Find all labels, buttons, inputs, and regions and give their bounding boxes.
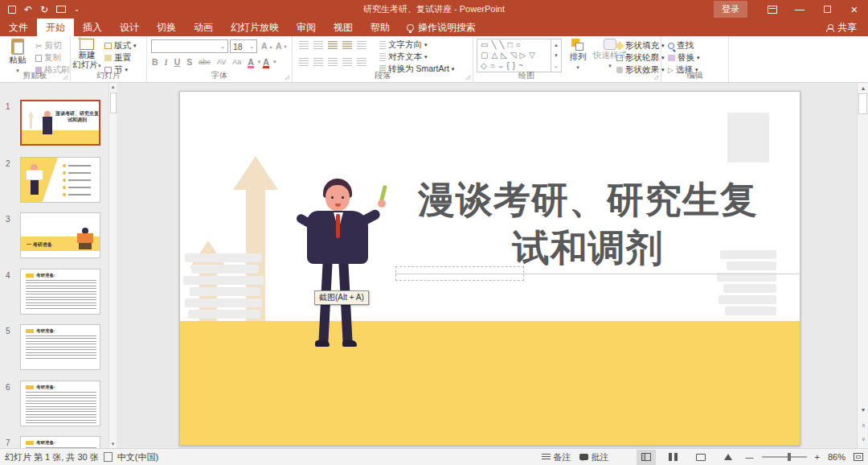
tab-animations[interactable]: 动画 [185,19,222,36]
minimize-button[interactable]: — [786,0,813,19]
canvas-scrollbar[interactable]: ▴ ▾ « » [857,83,868,448]
change-case-button[interactable]: Aa [232,58,241,66]
scroll-up-icon[interactable]: ▴ [858,83,868,94]
find-button[interactable]: 查找 [668,40,694,51]
paragraph-dialog-launcher-icon[interactable]: ◿ [466,74,470,80]
font-size-combo[interactable]: 18 ⌄ [230,39,257,53]
undo-icon[interactable]: ↶ [24,4,32,15]
share-button[interactable]: 共享 [815,19,868,36]
zoom-out-button[interactable]: — [746,453,754,462]
slide-editor[interactable]: 漫谈考研、研究生复 试和调剂 截图(Alt + A) [179,91,800,446]
numbering-icon[interactable] [313,41,323,49]
increase-indent-icon[interactable] [342,41,352,49]
align-text-button[interactable]: 对齐文本 ▾ [379,51,428,63]
align-left-icon[interactable] [299,58,309,66]
zoom-slider-thumb[interactable] [788,453,791,461]
shapes-scroll-down-icon[interactable]: ▾ [551,50,561,60]
tab-transitions[interactable]: 切换 [148,19,185,36]
start-slideshow-icon[interactable] [56,6,66,13]
thumbnail-scrollbar[interactable]: ▴ ▾ [108,83,117,448]
shape-fill-button[interactable]: 形状填充 ▾ [616,40,665,51]
highlight-color-button[interactable]: A [248,57,254,67]
align-center-icon[interactable] [313,58,323,66]
reset-button[interactable]: 重置 [104,52,131,64]
tab-help[interactable]: 帮助 [362,19,399,36]
redo-icon[interactable]: ↻ [40,4,48,15]
shapes-gallery[interactable]: ▭╲╲□○ ▢△◺◹▷▽ ◇○⌣{}~ ▴ ▾ ⌄ [477,39,562,72]
fit-slide-to-window-icon[interactable] [854,453,863,461]
login-button[interactable]: 登录 [714,1,747,18]
bold-button[interactable]: B [152,57,158,67]
thumbnail-slide-5[interactable]: 考研准备: [20,324,100,370]
thumbnail-scroll-up-icon[interactable]: ▴ [109,83,117,91]
thumbnail-slide-2[interactable] [20,157,100,203]
italic-button[interactable]: I [165,58,168,67]
strikethrough-button[interactable]: abc [199,58,211,66]
tab-slideshow[interactable]: 幻灯片放映 [222,19,288,36]
thumbnail-slide-1[interactable]: 漫谈考研、研究生复试和调剂 [20,100,100,146]
tab-view[interactable]: 视图 [325,19,362,36]
thumbnail-scroll-thumb[interactable] [110,93,117,113]
restore-button[interactable] [813,0,841,19]
notes-toggle[interactable]: 备注 [542,451,571,463]
underline-button[interactable]: U [174,57,181,67]
tab-file[interactable]: 文件 [0,19,37,36]
zoom-percentage[interactable]: 86% [828,452,845,462]
grow-font-button[interactable]: A▴ [261,41,272,51]
ribbon-display-options-button[interactable] [759,0,786,19]
line-spacing-icon[interactable] [357,41,366,49]
close-button[interactable]: × [841,0,868,19]
slide-title[interactable]: 漫谈考研、研究生复 试和调剂 [361,175,800,272]
tab-home[interactable]: 开始 [37,19,74,36]
copy-button[interactable]: 复制 [35,52,61,64]
slideshow-view-button[interactable] [719,450,738,465]
scroll-thumb[interactable] [858,93,867,114]
shrink-font-button[interactable]: A▾ [276,41,287,51]
tab-design[interactable]: 设计 [111,19,148,36]
scroll-down-icon[interactable]: ▾ [858,405,868,416]
previous-slide-button[interactable]: « [858,420,868,431]
zoom-in-button[interactable]: + [815,452,820,462]
comments-toggle[interactable]: 批注 [579,451,609,463]
thumbnail-slide-3[interactable]: 一 考研准备 [20,212,100,258]
save-icon[interactable] [8,6,16,14]
zoom-slider[interactable] [762,456,807,458]
character-spacing-button[interactable]: AV [217,58,226,66]
layout-button[interactable]: 版式 ▾ [104,40,137,51]
font-name-combo[interactable]: ⌄ [151,39,228,53]
justify-icon[interactable] [342,58,352,66]
new-slide-button[interactable]: 新建 幻灯片▾ [72,39,101,71]
thumbnail-slide-4[interactable]: 考研准备: [20,269,100,315]
spell-check-icon[interactable] [104,452,113,462]
font-dialog-launcher-icon[interactable]: ◿ [285,74,289,80]
slide-counter[interactable]: 幻灯片 第 1 张, 共 30 张 [5,451,99,463]
reading-view-button[interactable] [691,450,710,465]
font-color-button[interactable]: A [263,57,269,67]
customize-qat-icon[interactable]: ⌄ [74,6,80,13]
tab-insert[interactable]: 插入 [74,19,111,36]
shape-outline-button[interactable]: 形状轮廓 ▾ [616,52,665,64]
shrink-font-icon: A [276,41,282,51]
language-indicator[interactable]: 中文(中国) [117,451,158,463]
cut-button[interactable]: ✂ 剪切 [35,40,62,51]
normal-view-button[interactable] [637,450,656,465]
replace-button[interactable]: 替换 ▾ [668,52,700,64]
drawing-dialog-launcher-icon[interactable]: ◿ [654,74,658,80]
slide-sorter-view-button[interactable] [664,450,683,465]
clipboard-dialog-launcher-icon[interactable]: ◿ [63,74,68,80]
next-slide-button[interactable]: » [858,434,868,445]
tab-review[interactable]: 审阅 [288,19,325,36]
thumbnail-slide-7[interactable]: 考研准备: [20,436,100,448]
thumbnail-slide-6[interactable]: 考研准备: [20,381,100,426]
tell-me-search[interactable]: 操作说明搜索 [399,19,484,36]
shapes-gallery-scroll[interactable]: ▴ ▾ ⌄ [551,39,561,72]
columns-icon[interactable] [357,58,366,66]
shapes-scroll-up-icon[interactable]: ▴ [551,39,561,50]
thumbnail-scroll-down-icon[interactable]: ▾ [109,440,117,448]
bullets-icon[interactable] [299,41,309,49]
text-direction-button[interactable]: 文字方向 ▾ [379,39,428,51]
decrease-indent-icon[interactable] [328,41,338,49]
text-shadow-button[interactable]: S [186,57,192,67]
align-right-icon[interactable] [328,58,338,66]
arrange-button[interactable]: 排列 ▾ [565,39,591,72]
